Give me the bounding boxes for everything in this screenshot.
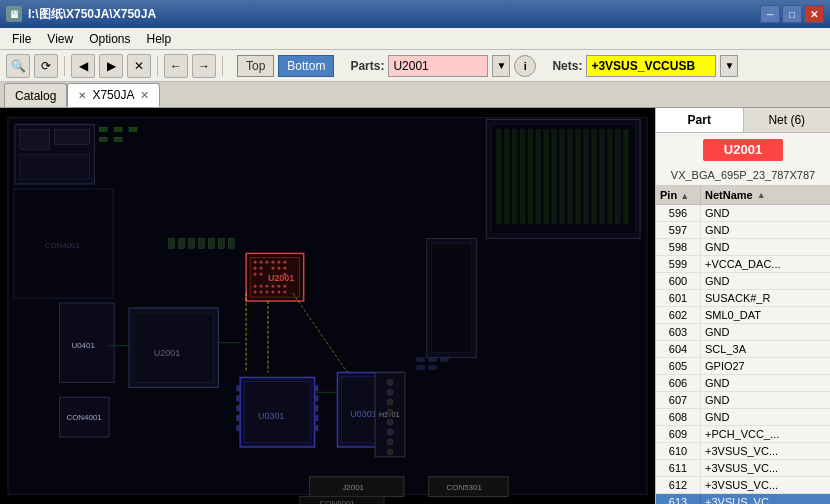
pin-cell-netname: +3VSUS_VC... [701, 494, 830, 504]
svg-point-35 [265, 261, 268, 264]
svg-point-89 [387, 429, 393, 435]
nets-input[interactable] [586, 55, 716, 77]
back-button[interactable]: ← [164, 54, 188, 78]
svg-point-43 [283, 267, 286, 270]
svg-point-52 [283, 285, 286, 288]
pin-cell-number: 604 [656, 341, 701, 357]
pin-header-pin: Pin ▲ [656, 186, 701, 204]
pin-cell-netname: GND [701, 205, 830, 221]
pin-cell-netname: GND [701, 239, 830, 255]
forward-button[interactable]: → [192, 54, 216, 78]
menu-bar: File View Options Help [0, 28, 830, 50]
table-row[interactable]: 612 +3VSUS_VC... [656, 477, 830, 494]
pin-cell-netname: +VCCA_DAC... [701, 256, 830, 272]
svg-point-91 [387, 449, 393, 455]
svg-rect-116 [417, 358, 425, 362]
table-row[interactable]: 599 +VCCA_DAC... [656, 256, 830, 273]
svg-text:U0401: U0401 [71, 341, 95, 350]
bottom-view-button[interactable]: Bottom [278, 55, 334, 77]
svg-rect-4 [55, 129, 90, 144]
menu-view[interactable]: View [39, 28, 81, 50]
table-row[interactable]: 597 GND [656, 222, 830, 239]
svg-point-58 [283, 291, 286, 294]
svg-rect-27 [607, 129, 612, 223]
separator-2 [157, 56, 158, 76]
pin-cell-number: 603 [656, 324, 701, 340]
pin-cell-netname: GND [701, 273, 830, 289]
close-button[interactable]: ✕ [804, 5, 824, 23]
table-row[interactable]: 603 GND [656, 324, 830, 341]
svg-point-86 [387, 399, 393, 405]
refresh-button[interactable]: ⟳ [34, 54, 58, 78]
sort-arrow-pin: ▲ [680, 191, 689, 201]
nets-dropdown-button[interactable]: ▼ [720, 55, 738, 77]
parts-info-button[interactable]: i [514, 55, 536, 77]
tab-board-close[interactable]: ✕ [140, 89, 149, 102]
svg-rect-76 [315, 415, 319, 421]
svg-rect-77 [315, 425, 319, 431]
toolbar: 🔍 ⟳ ◀ ▶ ✕ ← → Top Bottom Parts: ▼ i Nets… [0, 50, 830, 82]
table-row[interactable]: 604 SCL_3A [656, 341, 830, 358]
pin-cell-number: 609 [656, 426, 701, 442]
menu-file[interactable]: File [4, 28, 39, 50]
pin-cell-number: 607 [656, 392, 701, 408]
clear-button[interactable]: ✕ [127, 54, 151, 78]
table-row[interactable]: 611 +3VSUS_VC... [656, 460, 830, 477]
svg-rect-22 [568, 129, 573, 223]
svg-rect-69 [236, 395, 240, 401]
svg-rect-14 [504, 129, 509, 223]
parts-dropdown-button[interactable]: ▼ [492, 55, 510, 77]
pin-cell-number: 613 [656, 494, 701, 504]
svg-point-36 [271, 261, 274, 264]
board-view[interactable]: U2001 [0, 108, 655, 504]
svg-point-42 [277, 267, 280, 270]
table-row[interactable]: 610 +3VSUS_VC... [656, 443, 830, 460]
svg-rect-15 [512, 129, 517, 223]
svg-point-54 [260, 291, 263, 294]
zoom-in-button[interactable]: 🔍 [6, 54, 30, 78]
minimize-button[interactable]: ─ [760, 5, 780, 23]
pin-cell-number: 608 [656, 409, 701, 425]
top-view-button[interactable]: Top [237, 55, 274, 77]
parts-input[interactable] [388, 55, 488, 77]
prev-button[interactable]: ◀ [71, 54, 95, 78]
next-button[interactable]: ▶ [99, 54, 123, 78]
panel-tab-part[interactable]: Part [656, 108, 744, 132]
tab-board[interactable]: ✕ X750JA ✕ [67, 83, 160, 107]
parts-label: Parts: [350, 59, 384, 73]
svg-rect-9 [99, 137, 107, 141]
svg-rect-68 [236, 385, 240, 391]
right-panel: Part Net (6) U2001 VX_BGA_695P_23_787X78… [655, 108, 830, 504]
table-row[interactable]: 609 +PCH_VCC_... [656, 426, 830, 443]
pin-cell-number: 601 [656, 290, 701, 306]
separator-3 [222, 56, 223, 76]
maximize-button[interactable]: □ [782, 5, 802, 23]
pin-table[interactable]: Pin ▲ NetName ▲ 596 GND 597 GND 598 GND … [656, 186, 830, 504]
table-row[interactable]: 601 SUSACK#_R [656, 290, 830, 307]
tab-catalog[interactable]: Catalog [4, 83, 67, 107]
svg-point-84 [387, 379, 393, 385]
pin-cell-netname: +3VSUS_VC... [701, 460, 830, 476]
panel-tab-net[interactable]: Net (6) [744, 108, 831, 132]
svg-rect-118 [441, 358, 449, 362]
svg-rect-24 [584, 129, 589, 223]
pin-cell-number: 596 [656, 205, 701, 221]
table-row[interactable]: 600 GND [656, 273, 830, 290]
table-row[interactable]: 606 GND [656, 375, 830, 392]
menu-options[interactable]: Options [81, 28, 138, 50]
pin-cell-netname: GND [701, 222, 830, 238]
pin-cell-number: 598 [656, 239, 701, 255]
table-row[interactable]: 598 GND [656, 239, 830, 256]
table-row[interactable]: 596 GND [656, 205, 830, 222]
svg-rect-120 [429, 366, 437, 370]
table-row[interactable]: 602 SML0_DAT [656, 307, 830, 324]
part-id-badge: U2001 [703, 139, 783, 161]
table-row[interactable]: 608 GND [656, 409, 830, 426]
table-row[interactable]: 613 +3VSUS_VC... [656, 494, 830, 504]
table-row[interactable]: 607 GND [656, 392, 830, 409]
menu-help[interactable]: Help [139, 28, 180, 50]
window-title: I:\图纸\X750JA\X750JA [28, 6, 156, 23]
table-row[interactable]: 605 GPIO27 [656, 358, 830, 375]
tab-board-icon: ✕ [78, 90, 86, 101]
nets-label: Nets: [552, 59, 582, 73]
